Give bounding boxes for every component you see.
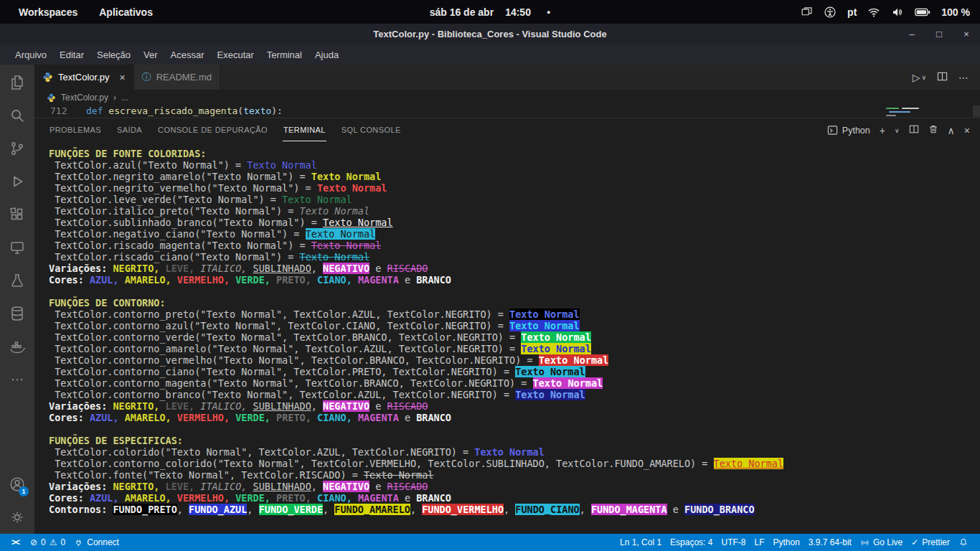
- tab-textcolor-py[interactable]: TextColor.py ×: [34, 65, 134, 90]
- terminal-token: Texto Normal: [515, 389, 585, 400]
- applications-menu[interactable]: Aplicativos: [99, 6, 153, 18]
- terminal-token: Texto Normal: [247, 159, 317, 171]
- panel-tab-problems[interactable]: PROBLEMAS: [49, 119, 102, 141]
- panel-tab-terminal[interactable]: TERMINAL: [283, 119, 326, 141]
- battery-icon[interactable]: [915, 7, 930, 17]
- panel-tab-output[interactable]: SAÍDA: [116, 119, 143, 141]
- close-panel-icon[interactable]: ×: [964, 125, 970, 136]
- terminal-output[interactable]: FUNÇÕES DE FONTE COLORIDAS: TextColor.az…: [34, 142, 980, 534]
- python-interpreter[interactable]: 3.9.7 64-bit: [804, 537, 856, 547]
- volume-icon[interactable]: [891, 6, 904, 18]
- indentation[interactable]: Espaços: 4: [666, 537, 717, 547]
- menu-file[interactable]: Arquivo: [9, 50, 53, 60]
- terminal-line: Cores: AZUL, AMARELO, VERMELHO, VERDE, P…: [49, 412, 980, 423]
- terminal-token: e: [369, 263, 387, 274]
- menu-go[interactable]: Acessar: [164, 50, 211, 60]
- close-button[interactable]: ×: [961, 29, 971, 39]
- terminal-token: ,: [247, 504, 258, 515]
- docker-icon[interactable]: [0, 330, 34, 363]
- terminal-token: Texto Normal: [311, 240, 382, 251]
- terminal-line: TextColor.fonte("Texto Normal", TextColo…: [49, 469, 980, 481]
- problems-status[interactable]: ⊘ 0 ⚠ 0: [26, 537, 70, 547]
- maximize-panel-icon[interactable]: ∧: [948, 125, 955, 136]
- encoding[interactable]: UTF-8: [717, 537, 750, 547]
- split-editor-icon[interactable]: [937, 71, 948, 84]
- eol-sequence[interactable]: LF: [750, 537, 768, 547]
- testing-beaker-icon[interactable]: [0, 264, 34, 297]
- minimap[interactable]: [886, 106, 923, 118]
- line-number: 712: [50, 105, 67, 116]
- breadcrumb[interactable]: TextColor.py › ...: [34, 90, 980, 105]
- clock[interactable]: sáb 16 de abr 14:50 ●: [430, 6, 551, 18]
- menu-view[interactable]: Ver: [137, 50, 164, 60]
- run-options-chevron-icon[interactable]: ∨: [921, 74, 926, 81]
- terminal-dropdown-chevron-icon[interactable]: ∨: [895, 127, 900, 134]
- run-debug-icon[interactable]: [0, 165, 34, 198]
- terminal-token: FUNDO_AZUL: [189, 504, 247, 515]
- kill-terminal-icon[interactable]: [928, 124, 938, 136]
- terminal-token: [270, 274, 276, 286]
- editor-scrollbar[interactable]: [973, 105, 980, 117]
- account-icon[interactable]: 1: [0, 468, 34, 501]
- connect-button[interactable]: Connect: [70, 537, 123, 547]
- breadcrumb-file[interactable]: TextColor.py: [61, 93, 108, 103]
- terminal-token: MAGENTA: [358, 412, 399, 423]
- explorer-icon[interactable]: [0, 66, 34, 99]
- more-views-icon[interactable]: ⋯: [0, 363, 34, 396]
- remote-indicator[interactable]: ><: [7, 537, 26, 547]
- terminal-token: ITALICO,: [200, 400, 247, 412]
- settings-gear-icon[interactable]: [0, 501, 34, 534]
- terminal-token: RISCADO: [387, 481, 428, 492]
- run-python-file-button[interactable]: ▷∨: [913, 72, 926, 83]
- terminal-token: [119, 412, 125, 423]
- terminal-token: AZUL,: [90, 412, 119, 423]
- tab-close-icon[interactable]: ×: [120, 72, 126, 83]
- source-control-icon[interactable]: [0, 132, 34, 165]
- keyboard-layout-indicator[interactable]: pt: [847, 6, 857, 18]
- terminal-profile[interactable]: Python: [827, 125, 870, 136]
- cursor-position[interactable]: Ln 1, Col 1: [616, 537, 666, 547]
- terminal-token: FUNÇÕES DE FONTE COLORIDAS:: [49, 148, 206, 159]
- terminal-token: [230, 412, 235, 423]
- terminal-token: e: [399, 274, 416, 286]
- panel-tab-debug-console[interactable]: CONSOLE DE DEPURAÇÃO: [157, 119, 268, 141]
- terminal-line: TextColor.contorno_azul("Texto Normal", …: [49, 320, 980, 331]
- editor-more-actions-icon[interactable]: ⋯: [958, 72, 969, 83]
- language-mode[interactable]: Python: [768, 537, 804, 547]
- title-bar[interactable]: TextColor.py - Biblioteca_Cores - Visual…: [0, 24, 980, 44]
- terminal-token: NEGATIVO: [323, 263, 369, 274]
- terminal-token: Texto Normal: [311, 171, 382, 182]
- breadcrumb-more[interactable]: ...: [121, 93, 128, 103]
- terminal-token: NEGRITO,: [113, 400, 159, 412]
- terminal-line: TextColor.contorno_verde("Texto Normal",…: [49, 331, 980, 343]
- clock-time: 14:50: [505, 6, 531, 18]
- window-switcher-icon[interactable]: [801, 6, 813, 18]
- notifications-bell-icon[interactable]: [954, 537, 973, 547]
- menu-selection[interactable]: Seleção: [90, 50, 137, 60]
- wifi-icon[interactable]: [867, 6, 880, 18]
- panel-tab-sql-console[interactable]: SQL CONSOLE: [341, 119, 402, 141]
- terminal-line: Variações: NEGRITO, LEVE, ITALICO, SUBLI…: [49, 263, 980, 274]
- menu-run[interactable]: Executar: [211, 50, 260, 60]
- accessibility-icon[interactable]: [824, 6, 837, 19]
- tab-readme-md[interactable]: ⓘ README.md: [134, 65, 220, 90]
- workspaces-menu[interactable]: Workspaces: [19, 6, 77, 18]
- prettier-status[interactable]: ✓ Prettier: [907, 537, 954, 547]
- search-icon[interactable]: [0, 99, 34, 132]
- new-terminal-icon[interactable]: +: [880, 125, 885, 136]
- remote-explorer-icon[interactable]: [0, 231, 34, 264]
- extensions-icon[interactable]: [0, 198, 34, 231]
- menu-edit[interactable]: Editar: [53, 50, 90, 60]
- database-icon[interactable]: [0, 297, 34, 330]
- minimize-button[interactable]: –: [907, 29, 917, 39]
- menu-terminal[interactable]: Terminal: [260, 50, 308, 60]
- terminal-token: TextColor.colorido("Texto Normal", TextC…: [49, 446, 474, 458]
- menu-help[interactable]: Ajuda: [308, 50, 345, 60]
- go-live-button[interactable]: Go Live: [856, 537, 907, 547]
- terminal-token: TextColor.contorno_azul("Texto Normal", …: [49, 320, 509, 331]
- maximize-button[interactable]: □: [934, 29, 944, 39]
- split-terminal-icon[interactable]: [909, 124, 919, 136]
- check-icon: ✓: [911, 537, 918, 547]
- editor[interactable]: 712 def escreva_riscado_magenta(texto):: [34, 105, 980, 118]
- terminal-token: FUNDO_BRANCO: [684, 504, 755, 515]
